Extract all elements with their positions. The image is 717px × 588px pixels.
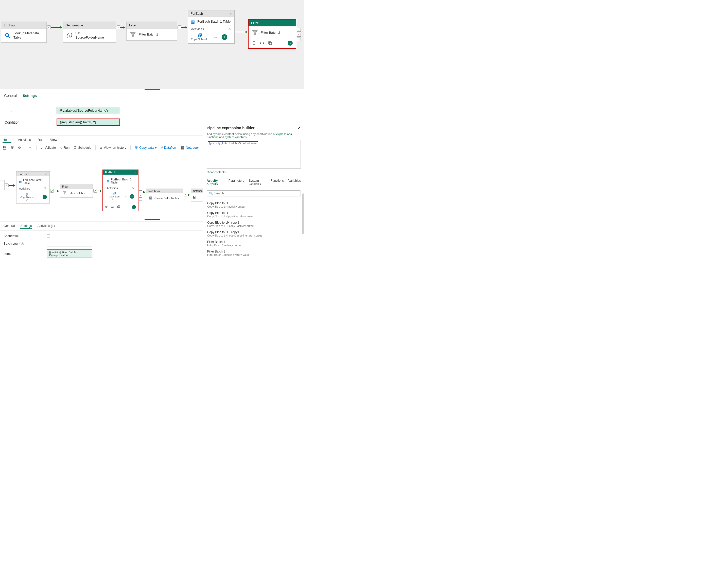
edit-icon[interactable]: ✎ bbox=[229, 27, 231, 31]
tab-settings[interactable]: Settings bbox=[23, 93, 37, 99]
sequential-checkbox[interactable] bbox=[47, 234, 50, 238]
inner-activity-copy[interactable]: 🗐 Copy Blob to... bbox=[107, 192, 122, 201]
success-port[interactable]: ✓ bbox=[117, 25, 120, 29]
inner-activity-copy[interactable]: 🗐 Copy Blob to LH bbox=[191, 34, 210, 41]
menu-activities[interactable]: Activities bbox=[18, 138, 31, 143]
run-button[interactable]: ▷ Run bbox=[60, 146, 69, 150]
success-port[interactable]: ✓ bbox=[297, 28, 301, 32]
link-system-variables[interactable]: system variables bbox=[225, 135, 247, 139]
save-icon[interactable]: 💾 bbox=[2, 146, 6, 150]
pipeline-canvas-1[interactable]: Lookup Lookup Metadata Table ✓ Set varia… bbox=[0, 0, 304, 89]
success-port[interactable]: ✓ bbox=[47, 25, 51, 29]
expand-icon[interactable]: ⤢ bbox=[298, 126, 301, 130]
subtab-functions[interactable]: Functions bbox=[270, 179, 284, 187]
delete-icon[interactable] bbox=[252, 41, 256, 45]
foreach-icon: ▦ bbox=[191, 19, 195, 24]
code-icon[interactable]: </> bbox=[111, 206, 115, 209]
tab3-general[interactable]: General bbox=[3, 224, 15, 229]
tab3-settings[interactable]: Settings bbox=[20, 224, 32, 229]
link-expressions[interactable]: expressions bbox=[276, 132, 292, 135]
validate-button[interactable]: ✓ Validate bbox=[41, 146, 56, 150]
notebook-button[interactable]: 📓 Notebook bbox=[180, 146, 200, 150]
activity-notebook-1[interactable]: Notebook 📓 Create Delta Tables bbox=[146, 189, 183, 203]
collapse-icon[interactable]: ⤢ bbox=[45, 172, 47, 175]
list-item[interactable]: Filter Batch 1Filter Batch 1 activity ou… bbox=[207, 238, 298, 248]
drag-handle[interactable] bbox=[145, 89, 160, 90]
collapse-icon[interactable]: ⤢ bbox=[230, 12, 232, 15]
activity-foreach-mini-2-selected[interactable]: ForEach ⤢ ▦ ForEach Batch 2 Table Activi… bbox=[103, 169, 138, 211]
history-button[interactable]: ↺ View run history bbox=[100, 146, 126, 150]
activity-filter-2-selected[interactable]: Filter Filter Batch 2 → bbox=[248, 19, 296, 49]
activity-lookup[interactable]: Lookup Lookup Metadata Table bbox=[1, 22, 47, 43]
batch-count-input[interactable] bbox=[47, 241, 92, 247]
inner-activity-copy[interactable]: 🗐 Copy Blob to LH bbox=[19, 193, 35, 201]
success-port[interactable]: ✓ bbox=[177, 25, 181, 29]
activity-foreach-1[interactable]: ForEach ⤢ ▦ ForEach Batch 1 Table Activi… bbox=[188, 10, 235, 44]
connector-arrow bbox=[181, 27, 187, 28]
activity-label: ForEach Batch 1 Table bbox=[23, 178, 47, 185]
tab-general[interactable]: General bbox=[4, 93, 17, 99]
expression-textarea[interactable]: @activity('Filter Batch 2').output.value bbox=[207, 140, 301, 168]
menu-view[interactable]: View bbox=[50, 138, 57, 143]
connector-arrow bbox=[51, 27, 62, 28]
list-item[interactable]: Copy Blob to LHCopy Blob to LH pipeline … bbox=[207, 210, 298, 219]
items-value[interactable]: @variables('SourceFolderName') bbox=[57, 107, 120, 114]
activity-set-variable[interactable]: Set variable (𝑥) SetSourceFolderName bbox=[63, 22, 116, 43]
link-functions[interactable]: functions bbox=[207, 135, 218, 139]
batch-count-label: Batch counti bbox=[3, 242, 47, 246]
info-icon[interactable]: i bbox=[21, 243, 24, 245]
success-port[interactable]: ✓ bbox=[183, 193, 187, 196]
success-port[interactable]: ✓ bbox=[5, 184, 8, 187]
copy-data-button[interactable]: 🗐 Copy data ▾ bbox=[135, 146, 157, 150]
activity-filter-1[interactable]: Filter Filter Batch 1 bbox=[126, 22, 177, 41]
go-icon[interactable]: → bbox=[288, 41, 293, 46]
dataflow-button[interactable]: ⑂ Dataflow bbox=[161, 146, 176, 149]
edit-icon[interactable]: ✎ bbox=[131, 186, 134, 190]
scrollbar[interactable] bbox=[302, 193, 304, 234]
success-port[interactable]: ✓ bbox=[139, 190, 142, 193]
activity-foreach-mini-1[interactable]: ForEach ⤢ ▦ ForEach Batch 1 Table Activi… bbox=[16, 171, 50, 204]
success-port[interactable]: ✓ bbox=[93, 189, 97, 193]
subtab-parameters[interactable]: Parameters bbox=[229, 179, 244, 187]
activity-notebook-2[interactable]: Notebook 📓 bbox=[191, 189, 203, 202]
failure-port[interactable]: ✕ bbox=[297, 33, 301, 37]
edit-icon[interactable]: ✎ bbox=[44, 187, 47, 190]
expression-builder-title: Pipeline expression builder bbox=[207, 126, 255, 130]
expression-builder-description: Add dynamic content below using any comb… bbox=[207, 132, 301, 139]
list-item[interactable]: Copy Blob to LH_copy1Copy Blob to LH_cop… bbox=[207, 229, 298, 238]
copy-icon: 🗐 bbox=[198, 34, 202, 38]
add-activity-button[interactable]: + bbox=[222, 34, 227, 40]
subtab-variables[interactable]: Variables bbox=[288, 179, 301, 187]
drag-handle[interactable] bbox=[145, 219, 160, 220]
condition-value[interactable]: @equals(item().batch, 2) bbox=[57, 119, 120, 126]
success-port[interactable]: ✓ bbox=[50, 189, 54, 193]
go-icon[interactable]: + bbox=[132, 205, 136, 209]
list-item[interactable]: Copy Blob to LHCopy Blob to LH activity … bbox=[207, 200, 298, 210]
menu-home[interactable]: Home bbox=[2, 138, 12, 143]
clear-contents-link[interactable]: Clear contents bbox=[207, 170, 225, 173]
code-icon[interactable] bbox=[260, 41, 264, 45]
discard-icon[interactable]: 🗐 bbox=[10, 146, 14, 149]
subtab-activity-outputs[interactable]: Activity outputs bbox=[207, 179, 224, 187]
add-activity-button[interactable]: + bbox=[130, 194, 134, 199]
settings-icon[interactable]: ⚙ bbox=[18, 146, 21, 150]
list-item[interactable]: Copy Blob to LH_copy1Copy Blob to LH_cop… bbox=[207, 219, 298, 229]
copy-icon[interactable] bbox=[268, 41, 273, 45]
completion-port[interactable]: → bbox=[139, 197, 142, 201]
menu-run[interactable]: Run bbox=[38, 138, 44, 143]
search-input[interactable]: 🔍 Search bbox=[207, 190, 301, 196]
undo-icon[interactable]: ↶ bbox=[29, 146, 32, 150]
delete-icon[interactable]: 🗑 bbox=[105, 205, 108, 209]
activity-header: Notebook bbox=[148, 190, 160, 193]
collapse-icon[interactable]: ⤢ bbox=[134, 171, 136, 174]
copy-icon[interactable]: 🗐 bbox=[117, 205, 120, 209]
activity-filter-mini[interactable]: Filter Filter Batch 2 bbox=[60, 184, 93, 198]
schedule-button[interactable]: 🗓 Schedule bbox=[73, 146, 91, 149]
completion-port[interactable]: → bbox=[297, 38, 301, 41]
failure-port[interactable]: ✕ bbox=[139, 194, 142, 197]
tab3-activities[interactable]: Activities (1) bbox=[38, 224, 55, 229]
subtab-system-variables[interactable]: System variables bbox=[249, 179, 266, 187]
add-activity-button[interactable]: + bbox=[43, 195, 47, 199]
items-expression[interactable]: @activity('Filter Batch 2').output.value bbox=[47, 250, 92, 258]
list-item[interactable]: Filter Batch 1Filter Batch 1 pipeline re… bbox=[207, 248, 298, 256]
